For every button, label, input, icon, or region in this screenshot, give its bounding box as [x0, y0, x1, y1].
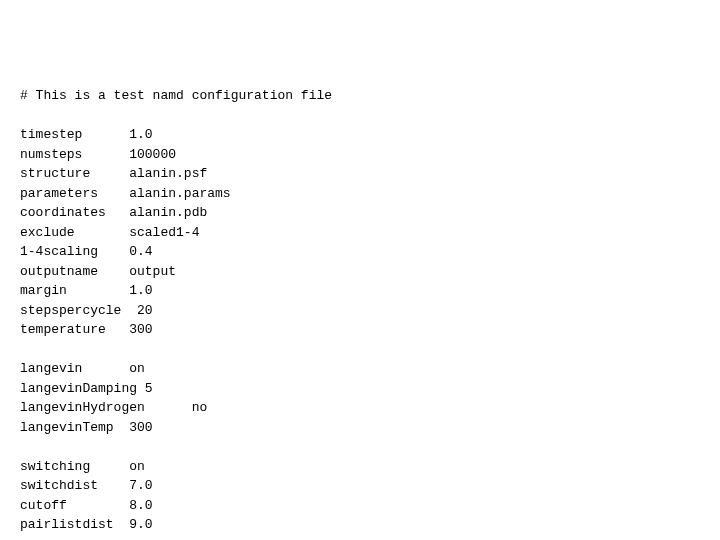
config-line-stepspercycle: stepspercycle 20 — [20, 301, 700, 321]
config-line-langevinHydrogen: langevinHydrogen no — [20, 398, 700, 418]
config-line-langevin: langevin on — [20, 359, 700, 379]
config-line-pairlistdist: pairlistdist 9.0 — [20, 515, 700, 535]
config-line-outputname: outputname output — [20, 262, 700, 282]
config-line-coordinates: coordinates alanin.pdb — [20, 203, 700, 223]
config-line-cutoff: cutoff 8.0 — [20, 496, 700, 516]
blank-line — [20, 535, 700, 541]
config-line-switching: switching on — [20, 457, 700, 477]
config-line-margin: margin 1.0 — [20, 281, 700, 301]
blank-line — [20, 340, 700, 360]
blank-line — [20, 437, 700, 457]
config-line-numsteps: numsteps 100000 — [20, 145, 700, 165]
config-line-langevinTemp: langevinTemp 300 — [20, 418, 700, 438]
config-line-switchdist: switchdist 7.0 — [20, 476, 700, 496]
blank-line — [20, 106, 700, 126]
config-comment: # This is a test namd configuration file — [20, 86, 700, 106]
config-line-structure: structure alanin.psf — [20, 164, 700, 184]
config-line-temperature: temperature 300 — [20, 320, 700, 340]
config-file: # This is a test namd configuration file… — [20, 86, 700, 540]
config-line-1-4scaling: 1-4scaling 0.4 — [20, 242, 700, 262]
config-line-timestep: timestep 1.0 — [20, 125, 700, 145]
config-line-exclude: exclude scaled1-4 — [20, 223, 700, 243]
config-line-langevinDamping: langevinDamping 5 — [20, 379, 700, 399]
config-line-parameters: parameters alanin.params — [20, 184, 700, 204]
